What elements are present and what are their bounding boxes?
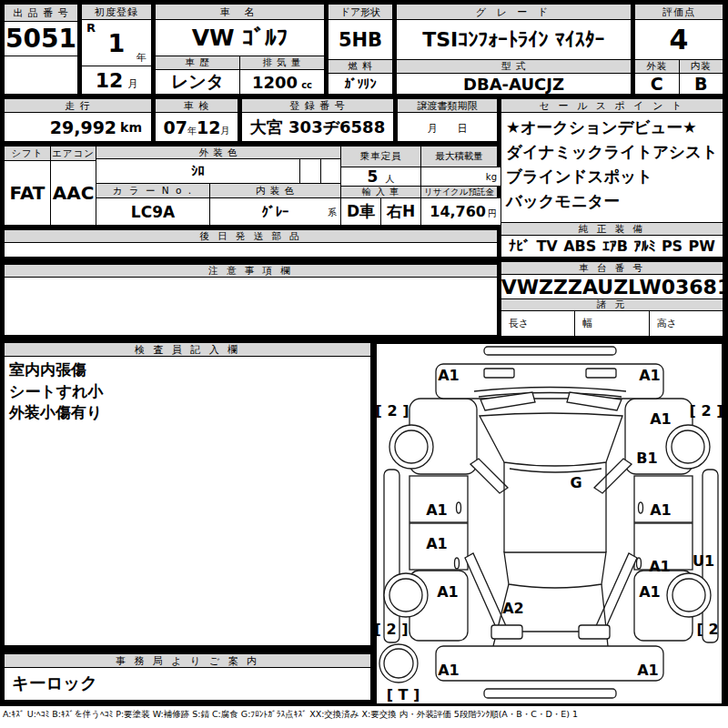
grade-block: グ レ ー ド TSIｺﾝﾌｫｰﾄﾗｲﾝ ﾏｲｽﾀｰ 型 式 DBA-AUCJZ bbox=[396, 4, 632, 95]
notes-value bbox=[5, 278, 497, 335]
right-front-wheel-inner bbox=[672, 430, 704, 463]
interior-grade-label: 内装 bbox=[680, 60, 723, 74]
damage-code-label: A1 bbox=[649, 558, 671, 575]
transfer-document-label: 譲渡書類期限 bbox=[398, 99, 497, 113]
transfer-document-block: 譲渡書類期限 月 日 bbox=[397, 98, 498, 142]
history-value: レンタ bbox=[156, 70, 239, 94]
steering-position: 右H bbox=[381, 198, 420, 225]
interior-color-label: 内 装 色 bbox=[210, 184, 340, 197]
max-load-value: kg bbox=[421, 167, 501, 186]
mileage-label: 走 行 bbox=[5, 99, 151, 113]
equipment-item: ｴｱB bbox=[602, 238, 628, 255]
left-rear-door-handle bbox=[455, 558, 460, 569]
score-label: 評価点 bbox=[635, 5, 723, 20]
dimensions-label: 諸 元 bbox=[501, 298, 723, 311]
mileage-value: 29,992 km bbox=[5, 113, 151, 141]
sales-point-line: ダイナミックライトアシスト bbox=[506, 140, 718, 165]
displacement-unit: cc bbox=[301, 80, 312, 90]
lot-number-empty-cell bbox=[5, 56, 77, 94]
damage-code-label: A1 bbox=[426, 535, 448, 552]
right-tail-light bbox=[579, 625, 610, 639]
left-c-pillar-fold bbox=[465, 553, 507, 633]
max-load-label: 最大積載量 bbox=[421, 147, 497, 167]
registration-number-value: 大宮 303ヂ6588 bbox=[242, 113, 393, 141]
width-label: 幅 bbox=[574, 311, 648, 336]
car-damage-diagram: A1A1[ 2 ][ 2 ]A1B1GA1A1A1A1U1A1A1A2[ 2 ]… bbox=[377, 344, 722, 703]
damage-code-label: G bbox=[570, 474, 581, 491]
notes-label: 注 意 事 項 欄 bbox=[5, 265, 497, 278]
factory-equipment-label: 純 正 装 備 bbox=[501, 222, 723, 236]
inspector-note-line: 外装小傷有り bbox=[9, 402, 366, 424]
right-rear-wheel-inner bbox=[672, 579, 705, 612]
color-number-value: LC9A bbox=[96, 198, 209, 225]
door-shape-label: ドア形状 bbox=[329, 5, 392, 20]
interior-color-value: ｸﾞﾚｰ 系 bbox=[210, 198, 340, 225]
exterior-grade-label: 外装 bbox=[635, 60, 679, 74]
capacity-unit: 人 bbox=[385, 173, 394, 186]
inspector-note-line: 室内内張傷 bbox=[9, 359, 366, 381]
damage-code-label: A1 bbox=[438, 662, 460, 679]
sales-point-line: バックモニター bbox=[506, 189, 718, 214]
damage-code-label: [ 2 ] bbox=[377, 621, 408, 638]
office-notice-value: キーロック bbox=[5, 668, 370, 700]
right-rear-door-handle bbox=[637, 558, 642, 569]
office-notice-block: 事 務 局 よ り ご 案 内 キーロック bbox=[4, 653, 371, 701]
exterior-color-empty-cell-1 bbox=[300, 159, 320, 183]
car-name-value: VW ｺﾞﾙﾌ bbox=[156, 20, 324, 56]
damage-code-label: B1 bbox=[636, 450, 657, 467]
front-bumper bbox=[436, 364, 663, 399]
lot-number-label: 出 品 番 号 bbox=[5, 5, 77, 22]
equipment-item: PW bbox=[689, 238, 715, 255]
equipment-item: TV bbox=[536, 238, 557, 255]
month-unit: 月 bbox=[127, 77, 137, 91]
chassis-number-label: 車 台 番 号 bbox=[501, 262, 723, 275]
max-load-unit: kg bbox=[486, 172, 497, 182]
first-registration-label: 初度登録 bbox=[82, 5, 151, 20]
damage-code-label: U1 bbox=[693, 552, 714, 570]
inspection-expiry-value: 07 年 12 月 bbox=[156, 113, 238, 141]
front-bumper-grille-left bbox=[484, 369, 514, 378]
era-code: R bbox=[86, 21, 96, 35]
damage-code-label: [ 2 ] bbox=[697, 621, 722, 638]
windshield-lower-line bbox=[510, 469, 602, 472]
interior-color-suffix: 系 bbox=[328, 207, 337, 219]
right-a-pillar-fold bbox=[594, 459, 632, 493]
year-unit: 年 bbox=[136, 51, 147, 65]
first-registration-month: 12 bbox=[96, 69, 124, 92]
exterior-color-empty-cell-2 bbox=[321, 159, 340, 183]
auction-sheet: 出 品 番 号 5051 初度登録 R 1 年 12 月 車 名 VW ｺﾞﾙﾌ… bbox=[0, 0, 728, 728]
sales-points-content: ★オークションデビュー★ダイナミックライトアシストブラインドスポットバックモニタ… bbox=[501, 113, 723, 222]
door-shape-block: ドア形状 5HB 燃 料 ｶﾞｿﾘﾝ bbox=[328, 4, 393, 95]
damage-code-label: A2 bbox=[502, 600, 524, 617]
damage-code-label: A1 bbox=[438, 367, 460, 384]
first-registration-block: 初度登録 R 1 年 12 月 bbox=[81, 4, 152, 95]
office-notice-label: 事 務 局 よ り ご 案 内 bbox=[5, 654, 370, 668]
inspection-expiry-label: 車 検 bbox=[156, 99, 238, 113]
height-label: 高さ bbox=[649, 311, 723, 336]
inspector-note-line: シートすれ小 bbox=[9, 381, 366, 403]
later-parts-block: 後 日 発 送 部 品 bbox=[4, 229, 498, 258]
damage-code-label: A1 bbox=[437, 583, 459, 601]
recycle-deposit-label: リサイクル預託金 bbox=[421, 187, 497, 197]
legend-line: A:ｷｽﾞ U:ﾍｺﾐ B:ｷｽﾞを伴うﾍｺﾐ P:要塗装 W:補修跡 S:錆 … bbox=[3, 709, 725, 721]
mileage-block: 走 行 29,992 km bbox=[4, 98, 152, 142]
model-code-label: 型 式 bbox=[397, 60, 631, 74]
damage-code-label: [ 2 ] bbox=[377, 402, 409, 420]
spare-tire-inner bbox=[384, 649, 413, 678]
recycle-deposit-value: 14,760 円 bbox=[421, 198, 500, 225]
equipment-item: ﾅﾋﾞ bbox=[509, 238, 531, 255]
equipment-item: ABS bbox=[563, 238, 596, 255]
damage-code-label: A1 bbox=[639, 583, 661, 601]
lot-number-value: 5051 bbox=[5, 22, 77, 56]
damage-code-label: A1 bbox=[426, 501, 448, 519]
equipment-item: ｱﾙﾐ bbox=[633, 238, 655, 255]
registration-number-label: 登 録 番 号 bbox=[242, 99, 393, 113]
car-name-block: 車 名 VW ｺﾞﾙﾌ 車 歴 レンタ 排 気 量 1200 cc bbox=[155, 4, 325, 95]
notes-block: 注 意 事 項 欄 bbox=[4, 264, 498, 336]
roof-side-lines bbox=[504, 462, 606, 552]
door-shape-value: 5HB bbox=[329, 20, 392, 60]
left-front-door-handle bbox=[457, 502, 461, 513]
damage-code-label: [ 2 ] bbox=[690, 402, 722, 420]
history-label: 車 歴 bbox=[156, 56, 239, 70]
rear-bumper bbox=[436, 646, 663, 681]
